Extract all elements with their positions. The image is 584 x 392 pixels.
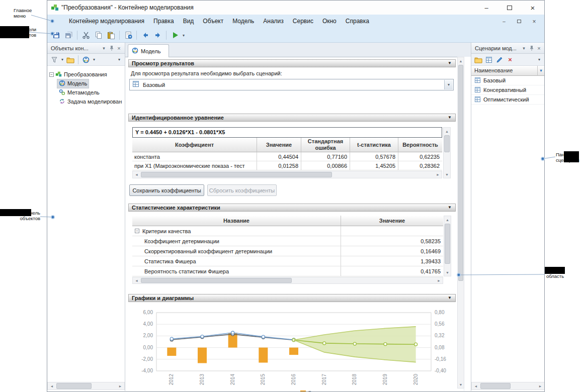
scrollbar-thumb[interactable] <box>458 65 463 281</box>
scroll-right-icon[interactable]: ► <box>435 277 443 283</box>
scroll-down-icon[interactable]: ▼ <box>444 269 451 276</box>
table-row[interactable]: при X1 (Макроэкономические показа - тест… <box>132 161 442 170</box>
scroll-left-icon[interactable]: ◄ <box>133 171 140 178</box>
panel-toolbar-overflow[interactable]: ▾ <box>117 57 122 62</box>
column-header[interactable]: Название <box>132 216 341 226</box>
copy-button[interactable] <box>92 29 105 41</box>
scroll-up-icon[interactable]: ▲ <box>458 57 464 64</box>
menu-container[interactable]: Контейнер моделирования <box>64 15 149 28</box>
collapse-section-icon[interactable]: ▼ <box>446 205 454 211</box>
close-button[interactable]: × <box>521 1 544 15</box>
scroll-down-icon[interactable]: ▼ <box>444 171 450 178</box>
tab-model[interactable]: Модель <box>128 44 169 57</box>
table-row[interactable]: Коэффициент детерминации 0,58235 <box>132 236 443 246</box>
paste-button[interactable] <box>105 29 117 41</box>
menu-service[interactable]: Сервис <box>288 15 318 28</box>
table-row[interactable]: Статистика Фишера 1,39433 <box>132 256 443 266</box>
menu-view[interactable]: Вид <box>179 15 199 28</box>
cut-button[interactable] <box>79 29 92 41</box>
edit-scenario-button[interactable] <box>494 55 505 65</box>
column-header[interactable]: Вероятность <box>398 138 442 152</box>
filter-dropdown[interactable]: ▾ <box>60 57 65 62</box>
statistics-vscrollbar[interactable]: ▲ ▼ <box>444 216 451 276</box>
scenario-row[interactable]: Консервативный <box>471 85 545 95</box>
scroll-right-icon[interactable]: ► <box>536 382 544 389</box>
scroll-right-icon[interactable]: ► <box>434 171 442 178</box>
collapse-section-icon[interactable]: ▼ <box>446 60 454 66</box>
menu-object[interactable]: Объект <box>198 15 228 28</box>
scroll-left-icon[interactable]: ◄ <box>133 277 140 283</box>
model-type-button[interactable] <box>81 55 91 65</box>
mdi-minimize-button[interactable]: – <box>499 17 509 26</box>
scrollbar-thumb[interactable] <box>56 383 92 389</box>
panel-close-icon[interactable]: × <box>115 44 123 52</box>
menu-edit[interactable]: Правка <box>149 15 179 28</box>
tree-item-root[interactable]: − Преобразования <box>47 70 125 79</box>
table-row[interactable]: Скорректированный коэффициент детерминац… <box>132 246 443 256</box>
scroll-left-icon[interactable]: ◄ <box>472 382 480 389</box>
save-all-button[interactable] <box>62 29 75 41</box>
column-header[interactable]: Коэффициент <box>132 138 257 152</box>
scrollbar-thumb[interactable] <box>444 135 450 152</box>
scrollbar-thumb[interactable] <box>445 224 450 264</box>
calculate-button[interactable] <box>122 29 134 41</box>
collapse-section-icon[interactable]: ▼ <box>446 295 454 301</box>
column-header[interactable]: t-статистика <box>350 138 398 152</box>
folder-button[interactable] <box>65 55 75 65</box>
table-group-row[interactable]: − Критерии качества <box>132 226 443 236</box>
minimize-button[interactable]: – <box>475 1 498 15</box>
pin-icon[interactable] <box>108 44 115 52</box>
run-dropdown[interactable]: ▾ <box>181 33 186 38</box>
column-header[interactable]: Значение <box>257 138 301 152</box>
scroll-left-icon[interactable]: ◄ <box>48 382 56 389</box>
scrollbar-thumb[interactable] <box>480 383 511 389</box>
scenario-combobox[interactable]: Базовый ▾ <box>129 79 454 90</box>
filter-button[interactable] <box>49 55 59 65</box>
equation-formula-cell[interactable]: Y = 0.4450 + 0.0126*X1 - 0.0801*X5 <box>132 127 442 138</box>
tree-item-modeling-task[interactable]: Задача моделирован <box>47 97 125 106</box>
panel-close-icon[interactable]: × <box>535 44 543 52</box>
table-row[interactable]: Вероятность статистики Фишера 0,41765 <box>132 266 443 276</box>
table-row[interactable]: константа 0,44504 0,77160 0,57678 0,6223… <box>132 152 442 161</box>
statistics-hscrollbar[interactable]: ◄ ► <box>132 277 443 284</box>
scenario-row[interactable]: Оптимистический <box>471 95 545 105</box>
menu-model[interactable]: Модель <box>228 15 259 28</box>
column-filter-icon[interactable]: ▾ <box>538 66 545 76</box>
scroll-up-icon[interactable]: ▲ <box>444 216 451 223</box>
menu-analysis[interactable]: Анализ <box>259 15 288 28</box>
scrollbar-thumb[interactable] <box>141 278 292 283</box>
scenario-row[interactable]: Базовый <box>471 76 545 85</box>
objects-panel-hscrollbar[interactable]: ◄ ► <box>47 382 125 390</box>
run-button[interactable] <box>169 29 181 41</box>
scenarios-panel-hscrollbar[interactable]: ◄ ► <box>471 382 545 390</box>
maximize-button[interactable] <box>498 1 521 15</box>
coefficients-hscrollbar[interactable]: ◄ ► <box>132 171 442 178</box>
scroll-up-icon[interactable]: ▲ <box>444 128 450 135</box>
collapse-section-icon[interactable]: ▼ <box>446 115 454 121</box>
menu-window[interactable]: Окно <box>318 15 341 28</box>
collapse-expander-icon[interactable]: − <box>49 72 54 77</box>
tree-item-metamodel[interactable]: Метамодель <box>47 88 125 97</box>
delete-scenario-button[interactable]: × <box>505 55 515 65</box>
save-coefficients-button[interactable]: Сохранить коэффициенты <box>129 184 204 196</box>
combo-dropdown-icon[interactable]: ▾ <box>444 80 453 89</box>
pin-icon[interactable] <box>528 44 535 52</box>
coefficients-vscrollbar[interactable]: ▲ ▼ <box>443 127 451 178</box>
back-button[interactable] <box>139 29 151 41</box>
panel-dropdown-icon[interactable]: ▾ <box>100 44 108 52</box>
new-scenario-button[interactable] <box>484 55 494 65</box>
workspace-vscrollbar[interactable]: ▲ ▼ <box>457 57 464 388</box>
panel-dropdown-icon[interactable]: ▾ <box>520 44 528 52</box>
forward-button[interactable] <box>151 29 164 41</box>
save-button[interactable] <box>50 29 62 41</box>
tree-item-model[interactable]: Модель <box>47 79 125 88</box>
scroll-down-icon[interactable]: ▼ <box>458 381 464 388</box>
model-type-dropdown[interactable]: ▾ <box>92 57 97 62</box>
reset-coefficients-button[interactable]: Сбросить коэффициенты <box>207 184 277 196</box>
new-folder-button[interactable] <box>473 55 483 65</box>
scroll-right-icon[interactable]: ► <box>116 382 124 389</box>
mdi-restore-button[interactable] <box>514 17 524 26</box>
column-header[interactable]: Наименование <box>471 66 538 76</box>
menu-help[interactable]: Справка <box>341 15 374 28</box>
panel-toolbar-overflow[interactable]: ▾ <box>537 57 542 62</box>
